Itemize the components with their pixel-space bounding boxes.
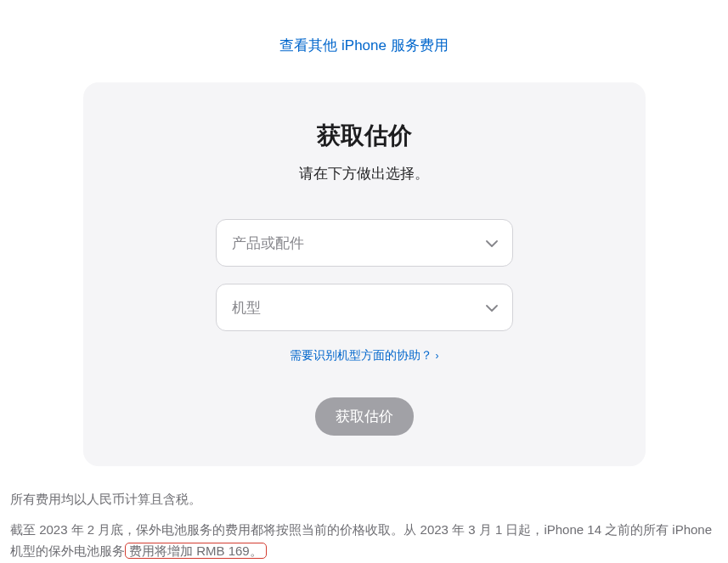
- footer-line-2: 截至 2023 年 2 月底，保外电池服务的费用都将按照当前的价格收取。从 20…: [10, 519, 718, 562]
- card-subtitle: 请在下方做出选择。: [117, 164, 612, 183]
- product-select-placeholder: 产品或配件: [232, 234, 304, 253]
- get-estimate-button[interactable]: 获取估价: [315, 397, 414, 436]
- product-select[interactable]: 产品或配件: [216, 219, 513, 267]
- price-increase-highlight: 费用将增加 RMB 169。: [125, 543, 267, 559]
- chevron-right-icon: ›: [436, 350, 439, 362]
- card-title: 获取估价: [117, 120, 612, 152]
- help-link-label: 需要识别机型方面的协助？: [290, 348, 432, 362]
- model-select[interactable]: 机型: [216, 284, 513, 331]
- estimate-card: 获取估价 请在下方做出选择。 产品或配件 机型 需要识别机型方面的协助？› 获取…: [83, 82, 646, 466]
- footer-notes: 所有费用均以人民币计算且含税。 截至 2023 年 2 月底，保外电池服务的费用…: [0, 466, 728, 562]
- view-other-fees-link[interactable]: 查看其他 iPhone 服务费用: [279, 37, 448, 53]
- identify-model-help-link[interactable]: 需要识别机型方面的协助？›: [290, 348, 439, 362]
- model-select-placeholder: 机型: [232, 298, 261, 318]
- footer-line-1: 所有费用均以人民币计算且含税。: [10, 488, 718, 510]
